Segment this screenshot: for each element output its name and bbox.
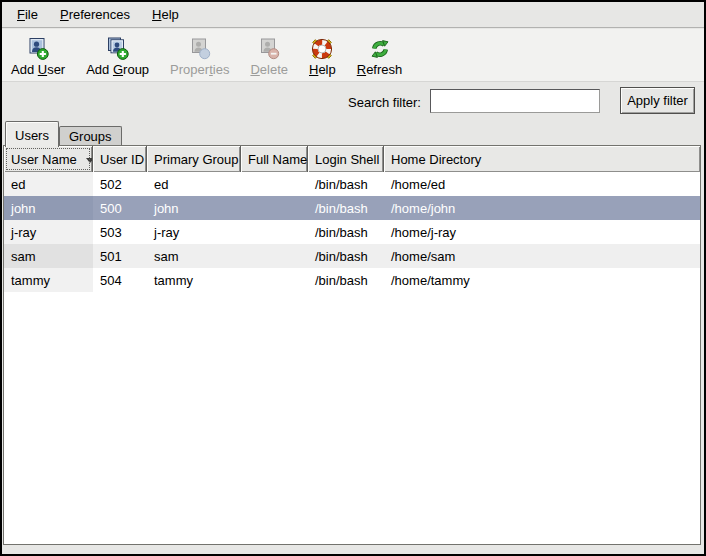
- cell-user-name: john: [4, 196, 93, 220]
- cell-primary-group: john: [147, 196, 241, 220]
- table-row-john[interactable]: john500john/bin/bash/home/john: [4, 196, 700, 220]
- cell-primary-group: j-ray: [147, 220, 241, 244]
- delete-icon: [257, 37, 281, 61]
- cell-full-name: [241, 268, 308, 292]
- cell-full-name: [241, 244, 308, 268]
- cell-primary-group: sam: [147, 244, 241, 268]
- toolbar-button-label: Help: [309, 62, 336, 77]
- column-header-label: User ID: [100, 152, 144, 167]
- column-header-label: Full Name: [248, 152, 307, 167]
- cell-full-name: [241, 196, 308, 220]
- delete-button: Delete: [247, 37, 291, 77]
- cell-full-name: [241, 172, 308, 196]
- cell-user-id: 501: [93, 244, 147, 268]
- cell-full-name: [241, 220, 308, 244]
- tab-users[interactable]: Users: [5, 121, 59, 147]
- cell-user-name: ed: [4, 172, 93, 196]
- column-header-label: Primary Group: [154, 152, 239, 167]
- tab-groups[interactable]: Groups: [59, 126, 122, 147]
- cell-home-directory: /home/john: [384, 196, 700, 220]
- add-user-icon: [26, 37, 50, 61]
- cell-home-directory: /home/j-ray: [384, 220, 700, 244]
- toolbar-button-label: Add Group: [86, 62, 149, 77]
- toolbar: Add UserAdd GroupPropertiesDeleteHelpRef…: [2, 29, 704, 82]
- filter-bar: Search filter: Apply filter: [2, 83, 704, 122]
- column-header-user-id[interactable]: User ID: [93, 146, 147, 172]
- apply-filter-button[interactable]: Apply filter: [620, 87, 695, 114]
- table-row-ed[interactable]: ed502ed/bin/bash/home/ed: [4, 172, 700, 196]
- toolbar-button-label: Refresh: [357, 62, 403, 77]
- table-body: ed502ed/bin/bash/home/edjohn500john/bin/…: [4, 172, 700, 544]
- column-header-label: Home Directory: [391, 152, 481, 167]
- cell-login-shell: /bin/bash: [308, 268, 384, 292]
- menu-bar: FilePreferencesHelp: [2, 2, 704, 28]
- cell-home-directory: /home/ed: [384, 172, 700, 196]
- column-header-user-name[interactable]: User Name: [4, 146, 93, 172]
- help-icon: [310, 37, 334, 61]
- cell-home-directory: /home/sam: [384, 244, 700, 268]
- sort-descending-icon: [86, 158, 93, 163]
- search-filter-input[interactable]: [430, 89, 600, 113]
- cell-user-name: tammy: [4, 268, 93, 292]
- table-header-row: User NameUser IDPrimary GroupFull NameLo…: [4, 146, 700, 172]
- table-row-j-ray[interactable]: j-ray503j-ray/bin/bash/home/j-ray: [4, 220, 700, 244]
- cell-login-shell: /bin/bash: [308, 172, 384, 196]
- users-table: User NameUser IDPrimary GroupFull NameLo…: [3, 145, 701, 545]
- menu-file[interactable]: File: [6, 3, 49, 26]
- column-header-primary-group[interactable]: Primary Group: [147, 146, 241, 172]
- cell-user-id: 502: [93, 172, 147, 196]
- cell-login-shell: /bin/bash: [308, 196, 384, 220]
- cell-user-name: j-ray: [4, 220, 93, 244]
- help-button[interactable]: Help: [306, 37, 339, 77]
- menu-help[interactable]: Help: [141, 3, 190, 26]
- cell-login-shell: /bin/bash: [308, 244, 384, 268]
- cell-primary-group: ed: [147, 172, 241, 196]
- column-header-home-directory[interactable]: Home Directory: [384, 146, 700, 172]
- toolbar-button-label: Delete: [250, 62, 288, 77]
- cell-home-directory: /home/tammy: [384, 268, 700, 292]
- toolbar-button-label: Properties: [170, 62, 229, 77]
- table-row-sam[interactable]: sam501sam/bin/bash/home/sam: [4, 244, 700, 268]
- column-header-full-name[interactable]: Full Name: [241, 146, 308, 172]
- tab-bar: Users Groups: [5, 121, 122, 147]
- cell-user-id: 500: [93, 196, 147, 220]
- properties-icon: [188, 37, 212, 61]
- cell-primary-group: tammy: [147, 268, 241, 292]
- table-row-tammy[interactable]: tammy504tammy/bin/bash/home/tammy: [4, 268, 700, 292]
- cell-user-id: 503: [93, 220, 147, 244]
- column-header-label: User Name: [11, 152, 77, 167]
- refresh-button[interactable]: Refresh: [354, 37, 406, 77]
- properties-button: Properties: [167, 37, 232, 77]
- add-group-icon: [106, 37, 130, 61]
- cell-login-shell: /bin/bash: [308, 220, 384, 244]
- menu-preferences[interactable]: Preferences: [49, 3, 141, 26]
- cell-user-id: 504: [93, 268, 147, 292]
- user-manager-window: FilePreferencesHelp Add UserAdd GroupPro…: [0, 0, 706, 556]
- column-header-login-shell[interactable]: Login Shell: [308, 146, 384, 172]
- column-header-label: Login Shell: [315, 152, 379, 167]
- refresh-icon: [368, 37, 392, 61]
- toolbar-button-label: Add User: [11, 62, 65, 77]
- add-group-button[interactable]: Add Group: [83, 37, 152, 77]
- cell-user-name: sam: [4, 244, 93, 268]
- search-filter-label: Search filter:: [348, 95, 421, 110]
- add-user-button[interactable]: Add User: [8, 37, 68, 77]
